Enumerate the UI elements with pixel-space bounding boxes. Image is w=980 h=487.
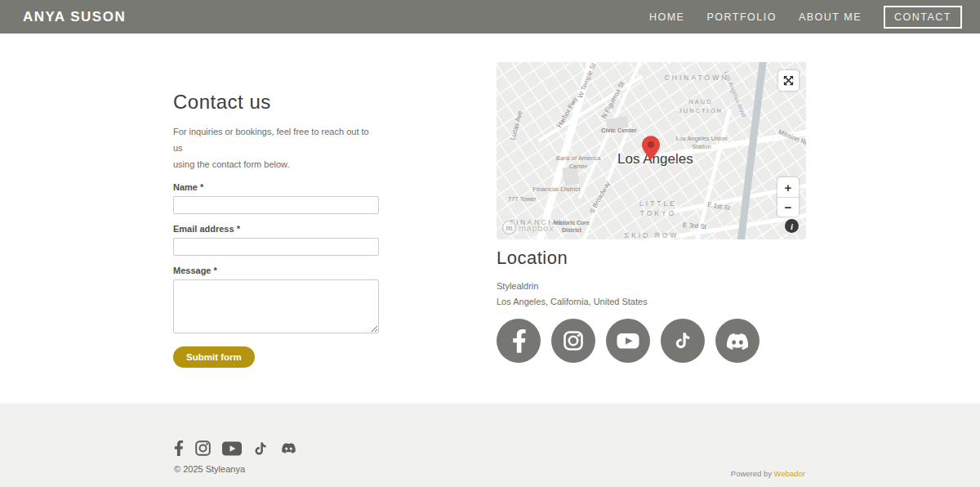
mapbox-logo-icon: m bbox=[502, 221, 516, 235]
site-logo[interactable]: ANYA SUSON bbox=[23, 9, 126, 25]
zoom-in-button[interactable]: + bbox=[777, 177, 799, 197]
footer: © 2025 Styleanya Powered by Webador bbox=[0, 404, 980, 487]
contact-form: Name * Email address * Message * Submit … bbox=[173, 182, 379, 368]
footer-youtube-button[interactable] bbox=[222, 441, 242, 456]
mapbox-logo[interactable]: m mapbox bbox=[502, 221, 554, 235]
instagram-button[interactable] bbox=[551, 319, 595, 363]
powered-by: Powered by Webador bbox=[731, 469, 805, 478]
intro-text-line2: using the contact form below. bbox=[173, 156, 379, 172]
submit-button[interactable]: Submit form bbox=[173, 346, 255, 368]
discord-icon bbox=[279, 440, 298, 456]
discord-icon bbox=[727, 333, 748, 350]
discord-button[interactable] bbox=[715, 319, 760, 363]
location-name: Stylealdrin bbox=[497, 279, 648, 294]
location-title: Location bbox=[497, 248, 648, 269]
instagram-icon bbox=[194, 440, 212, 457]
tiktok-button[interactable] bbox=[661, 319, 705, 363]
email-input[interactable] bbox=[173, 238, 379, 256]
mapbox-wordmark: mapbox bbox=[519, 223, 554, 233]
facebook-button[interactable] bbox=[497, 319, 541, 363]
message-textarea[interactable] bbox=[173, 279, 379, 333]
contact-section: Contact us For inquiries or bookings, fe… bbox=[173, 91, 379, 368]
footer-tiktok-button[interactable] bbox=[252, 440, 269, 457]
location-section: Location Stylealdrin Los Angeles, Califo… bbox=[497, 248, 648, 310]
map-attribution-info-button[interactable]: i bbox=[785, 219, 799, 233]
main-content: Contact us For inquiries or bookings, fe… bbox=[0, 34, 980, 404]
email-label: Email address * bbox=[173, 224, 379, 234]
page-title: Contact us bbox=[173, 91, 379, 114]
youtube-icon bbox=[222, 441, 242, 456]
powered-by-text: Powered by bbox=[731, 469, 774, 478]
facebook-icon bbox=[174, 440, 184, 457]
fullscreen-icon bbox=[782, 74, 795, 87]
main-nav: HOME PORTFOLIO ABOUT ME CONTACT bbox=[649, 6, 962, 29]
webador-link[interactable]: Webador bbox=[774, 469, 805, 478]
nav-item-contact[interactable]: CONTACT bbox=[884, 6, 962, 29]
map-zoom-control: + − bbox=[777, 177, 799, 217]
intro-text-line1: For inquiries or bookings, feel free to … bbox=[173, 123, 379, 156]
map-road bbox=[531, 62, 596, 239]
location-address: Los Angeles, California, United States bbox=[497, 294, 648, 310]
copyright-text: © 2025 Styleanya bbox=[174, 464, 245, 474]
map-building bbox=[606, 116, 629, 131]
map-label-chinatown: CHINATOWN bbox=[652, 74, 742, 83]
footer-social-links bbox=[174, 440, 298, 457]
map-label-naud-junction: NAUD JUNCTION bbox=[671, 98, 730, 115]
page: ANYA SUSON HOME PORTFOLIO ABOUT ME CONTA… bbox=[0, 0, 980, 487]
map-label-lucas-ave: Lucas Ave bbox=[509, 110, 523, 141]
footer-discord-button[interactable] bbox=[279, 440, 298, 456]
map-river bbox=[736, 62, 768, 239]
footer-instagram-button[interactable] bbox=[194, 440, 212, 457]
tiktok-icon bbox=[252, 440, 269, 457]
name-input[interactable] bbox=[173, 196, 379, 214]
name-label: Name * bbox=[173, 182, 379, 192]
social-links bbox=[497, 319, 760, 363]
nav-item-about-me[interactable]: ABOUT ME bbox=[799, 11, 862, 23]
email-field-group: Email address * bbox=[173, 224, 379, 256]
name-field-group: Name * bbox=[173, 182, 379, 214]
nav-item-home[interactable]: HOME bbox=[649, 11, 685, 23]
nav-item-portfolio[interactable]: PORTFOLIO bbox=[706, 11, 777, 23]
map-label-777-tower: 777 Tower bbox=[508, 195, 536, 203]
header-bar: ANYA SUSON HOME PORTFOLIO ABOUT ME CONTA… bbox=[0, 0, 980, 34]
map-region[interactable]: CHINATOWN NAUD JUNCTION Los Angeles Unio… bbox=[497, 62, 806, 239]
map-building bbox=[562, 166, 580, 186]
map-marker-pin bbox=[642, 136, 660, 160]
zoom-out-button[interactable]: − bbox=[777, 197, 799, 217]
message-field-group: Message * bbox=[173, 266, 379, 337]
message-label: Message * bbox=[173, 266, 379, 275]
youtube-button[interactable] bbox=[606, 319, 650, 363]
map-fullscreen-button[interactable] bbox=[778, 70, 799, 91]
map-road bbox=[693, 109, 732, 239]
footer-facebook-button[interactable] bbox=[174, 440, 184, 457]
